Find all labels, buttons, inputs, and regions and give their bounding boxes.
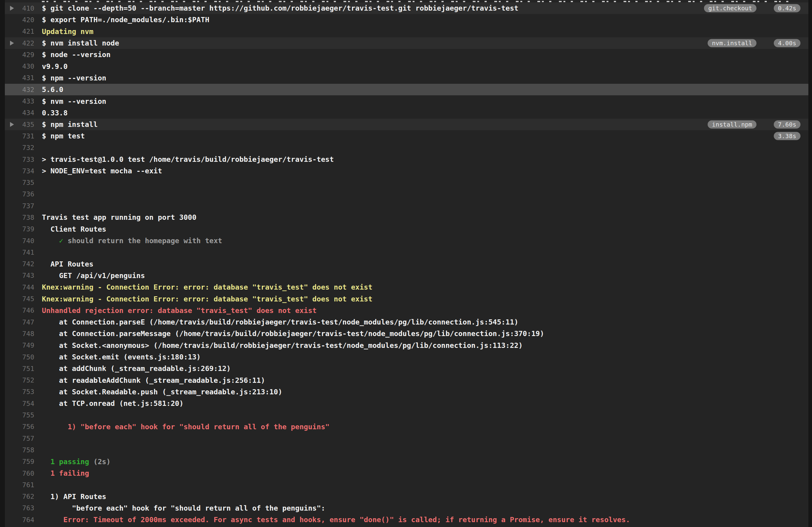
log-text-segment: 1 failing — [42, 469, 89, 478]
line-number[interactable]: 744 — [5, 284, 34, 291]
line-number[interactable]: 733 — [5, 156, 34, 163]
log-text-segment: 5.6.0 — [42, 85, 63, 94]
log-text: 1 failing — [42, 469, 89, 478]
line-number[interactable]: 738 — [5, 214, 34, 221]
log-text: Knex:warning - Connection Error: error: … — [42, 295, 372, 303]
line-number[interactable]: 742 — [5, 260, 34, 268]
line-number[interactable]: 761 — [5, 481, 34, 489]
log-text-segment: GET /api/v1/penguins — [42, 271, 145, 280]
log-text-segment: Knex:warning - Connection Error: error: … — [42, 295, 372, 303]
line-number[interactable]: 410 — [5, 4, 34, 12]
log-row: 733 > travis-test@1.0.0 test /home/travi… — [5, 154, 808, 165]
log-row: 743 GET /api/v1/penguins — [5, 270, 808, 281]
line-number[interactable]: 422 — [5, 40, 34, 47]
line-number[interactable]: 753 — [5, 388, 34, 396]
line-number[interactable]: 759 — [5, 458, 34, 465]
log-text: Travis test app running on port 3000 — [42, 213, 196, 222]
log-row: 758 — [5, 444, 808, 456]
log-row: 749 at Socket.<anonymous> (/home/travis/… — [5, 340, 808, 351]
log-row: 739 Client Routes — [5, 224, 808, 235]
line-number[interactable]: 750 — [5, 353, 34, 361]
log-row: 422 $ nvm install node nvm.install 4.00s — [5, 37, 808, 49]
line-number[interactable]: 737 — [5, 202, 34, 210]
log-row: 763 "before each" hook for "should retur… — [5, 502, 808, 514]
line-number[interactable]: 747 — [5, 318, 34, 326]
log-text: ✓ should return the homepage with text — [42, 237, 222, 245]
line-number[interactable]: 735 — [5, 179, 34, 186]
clipped-previous-log-line — [5, 0, 808, 2]
line-number[interactable]: 746 — [5, 307, 34, 314]
line-number[interactable]: 760 — [5, 470, 34, 477]
line-number[interactable]: 743 — [5, 272, 34, 279]
line-number[interactable]: 762 — [5, 493, 34, 500]
line-number[interactable]: 431 — [5, 74, 34, 82]
log-text-segment: $ nvm install node — [42, 39, 119, 47]
log-row: 731 $ npm test 3.38s — [5, 130, 808, 142]
line-badges: git.checkout 0.42s — [704, 4, 800, 12]
log-text: > travis-test@1.0.0 test /home/travis/bu… — [42, 155, 334, 163]
line-number[interactable]: 756 — [5, 423, 34, 430]
log-text-segment: > travis-test@1.0.0 test /home/travis/bu… — [42, 155, 334, 163]
duration-badge: 4.00s — [774, 39, 800, 47]
log-text-segment: Unhandled rejection error: database "tra… — [42, 306, 317, 315]
fold-arrow-icon[interactable] — [10, 6, 14, 11]
log-row: 756 1) "before each" hook for "should re… — [5, 421, 808, 432]
line-number[interactable]: 421 — [5, 28, 34, 35]
line-number[interactable]: 755 — [5, 411, 34, 419]
line-badges: 3.38s — [774, 132, 800, 140]
log-text-segment: $ nvm --version — [42, 97, 106, 106]
stage-badge: install.npm — [708, 120, 756, 129]
log-text-segment: Updating nvm — [42, 27, 93, 36]
line-number[interactable]: 739 — [5, 225, 34, 233]
log-text-segment: at Connection.parseE (/home/travis/build… — [42, 318, 518, 326]
log-text: 0.33.8 — [42, 109, 68, 117]
line-number[interactable]: 758 — [5, 446, 34, 454]
line-number[interactable]: 432 — [5, 86, 34, 94]
log-row: 748 at Connection.parseMessage (/home/tr… — [5, 328, 808, 339]
line-number[interactable]: 757 — [5, 435, 34, 442]
log-text: 5.6.0 — [42, 85, 63, 94]
log-text: at Socket.Readable.push (_stream_readabl… — [42, 388, 282, 396]
line-number[interactable]: 435 — [5, 121, 34, 128]
line-number[interactable]: 752 — [5, 376, 34, 384]
log-text-segment: Client Routes — [42, 225, 106, 233]
log-text-segment: "before each" hook for "should return al… — [42, 504, 325, 512]
log-row: 736 — [5, 188, 808, 200]
line-number[interactable]: 764 — [5, 516, 34, 524]
line-number[interactable]: 748 — [5, 330, 34, 338]
line-number[interactable]: 731 — [5, 132, 34, 140]
line-number[interactable]: 740 — [5, 237, 34, 245]
log-row: 744 Knex:warning - Connection Error: err… — [5, 281, 808, 293]
log-text: $ npm install — [42, 120, 98, 129]
log-text: at Connection.parseMessage (/home/travis… — [42, 329, 544, 338]
log-text: $ npm test — [42, 132, 85, 140]
line-number[interactable]: 434 — [5, 109, 34, 117]
line-number[interactable]: 741 — [5, 248, 34, 256]
duration-badge: 7.60s — [774, 120, 800, 129]
line-number[interactable]: 734 — [5, 167, 34, 175]
line-number[interactable]: 430 — [5, 62, 34, 70]
line-number[interactable]: 745 — [5, 295, 34, 303]
log-row: 747 at Connection.parseE (/home/travis/b… — [5, 316, 808, 328]
log-text-segment: 0.33.8 — [42, 109, 68, 117]
line-number[interactable]: 732 — [5, 144, 34, 152]
duration-badge: 0.42s — [774, 4, 800, 12]
line-number[interactable]: 751 — [5, 365, 34, 372]
line-number[interactable]: 429 — [5, 51, 34, 59]
line-number[interactable]: 763 — [5, 504, 34, 512]
line-number[interactable]: 754 — [5, 400, 34, 408]
log-row: 420 $ export PATH=./node_modules/.bin:$P… — [5, 14, 808, 26]
line-number[interactable]: 736 — [5, 190, 34, 198]
line-number[interactable]: 749 — [5, 342, 34, 349]
fold-arrow-icon[interactable] — [10, 122, 14, 127]
log-text: "before each" hook for "should return al… — [42, 504, 325, 512]
log-text-segment: at readableAddChunk (_stream_readable.js… — [42, 376, 265, 385]
log-text-segment: should return the homepage with text — [63, 237, 222, 245]
line-badges: install.npm 7.60s — [708, 120, 800, 129]
fold-arrow-icon[interactable] — [10, 41, 14, 45]
line-number[interactable]: 420 — [5, 16, 34, 24]
line-number[interactable]: 433 — [5, 97, 34, 105]
log-text: at Connection.parseE (/home/travis/build… — [42, 318, 518, 326]
log-text-segment: $ npm test — [42, 132, 85, 140]
log-row: 430 v9.9.0 — [5, 60, 808, 72]
